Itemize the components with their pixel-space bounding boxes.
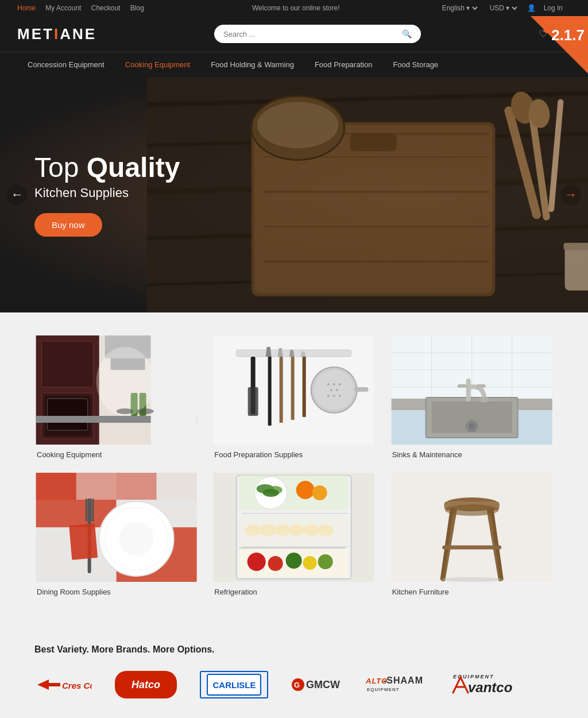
svg-point-105 <box>296 481 315 499</box>
svg-rect-47 <box>291 357 295 420</box>
svg-point-119 <box>303 556 317 570</box>
main-nav: Concession Equipment Cooking Equipment F… <box>0 52 588 77</box>
version-number: 2.1.7 <box>551 26 585 44</box>
svg-point-108 <box>246 524 262 536</box>
brand-hatco[interactable]: Hatco <box>115 671 177 698</box>
hero-heading: Top Quality <box>34 153 180 183</box>
svg-point-111 <box>289 524 305 536</box>
top-right-controls: English ▾ USD ▾ 👤 Log In <box>440 3 571 13</box>
svg-rect-42 <box>248 387 258 416</box>
search-icon[interactable]: 🔍 <box>402 29 412 38</box>
svg-rect-84 <box>36 473 76 500</box>
svg-point-113 <box>318 524 334 536</box>
svg-rect-49 <box>303 357 306 417</box>
gmcw-logo: G GMCW <box>291 674 343 696</box>
svg-point-74 <box>468 423 475 430</box>
hero-prev-arrow[interactable]: ← <box>7 184 28 205</box>
hero-heading-light: Top <box>34 152 79 183</box>
svg-rect-114 <box>242 546 349 547</box>
brands-row: Cres Cor Hatco CARLISLE G GMCW <box>34 671 554 698</box>
nav-account[interactable]: My Account <box>45 4 81 12</box>
logo[interactable]: METIANE <box>17 25 96 43</box>
svg-rect-28 <box>48 399 88 430</box>
sinks-svg <box>390 335 554 445</box>
category-sinks-image <box>390 335 554 445</box>
svg-rect-94 <box>90 499 92 522</box>
header: METIANE 🔍 ♡ 0 🛒 0 2.1.7 <box>0 16 588 52</box>
svg-rect-85 <box>76 473 117 500</box>
currency-select[interactable]: USD ▾ <box>488 3 519 13</box>
svg-rect-86 <box>117 473 157 500</box>
refrigeration-svg <box>212 473 376 582</box>
svg-rect-25 <box>42 341 94 387</box>
svg-point-59 <box>333 395 335 397</box>
language-select[interactable]: English ▾ <box>440 3 479 13</box>
category-refrigeration[interactable]: Refrigeration <box>212 473 376 596</box>
category-refrigeration-image <box>212 473 376 582</box>
category-sinks[interactable]: Sinks & Maintenance <box>390 335 554 459</box>
category-cooking[interactable]: Cooking Equipment <box>34 335 198 459</box>
svg-point-55 <box>339 383 341 385</box>
nav-cooking[interactable]: Cooking Equipment <box>115 52 200 77</box>
nav-food-holding[interactable]: Food Holding & Warming <box>200 52 304 77</box>
furniture-svg <box>390 473 554 582</box>
svg-point-54 <box>333 383 335 385</box>
svg-point-110 <box>274 524 291 536</box>
search-bar: 🔍 <box>214 25 421 43</box>
svg-rect-43 <box>268 357 272 426</box>
svg-point-56 <box>330 389 332 391</box>
svg-point-117 <box>268 556 283 571</box>
top-bar: Home My Account Checkout Blog Welcome to… <box>0 0 588 16</box>
svg-rect-75 <box>466 379 470 402</box>
svg-point-131 <box>444 504 498 516</box>
svg-point-34 <box>96 347 154 416</box>
brand-crescor[interactable]: Cres Cor <box>34 675 92 695</box>
brand-carlisle[interactable]: CARLISLE <box>200 671 268 698</box>
hatco-logo: Hatco <box>123 674 169 696</box>
category-foodprep-label: Food Preparation Supplies <box>212 450 376 459</box>
brand-altoshaam[interactable]: ALTO ‑SHAAM EQUIPMENT <box>366 674 429 696</box>
category-dining[interactable]: Dining Room Supplies <box>34 473 198 596</box>
nav-food-storage[interactable]: Food Storage <box>382 52 448 77</box>
svg-rect-87 <box>157 473 197 500</box>
svg-point-104 <box>263 489 279 497</box>
svg-point-37 <box>137 408 154 414</box>
svg-rect-121 <box>239 547 346 549</box>
crescor-logo: Cres Cor <box>34 675 92 695</box>
nav-home[interactable]: Home <box>17 4 36 12</box>
brand-avantco[interactable]: EQUIPMENT vantco <box>452 673 515 697</box>
category-foodprep-image <box>212 335 376 445</box>
category-furniture-label: Kitchen Furniture <box>390 588 554 596</box>
svg-rect-93 <box>88 499 90 522</box>
categories-section: Cooking Equipment <box>0 312 588 633</box>
brand-gmcw[interactable]: G GMCW <box>291 674 343 696</box>
nav-concession[interactable]: Concession Equipment <box>17 52 115 77</box>
svg-rect-61 <box>354 387 369 392</box>
svg-rect-45 <box>280 357 283 423</box>
category-grid-row2: Dining Room Supplies <box>34 473 554 596</box>
svg-point-36 <box>117 408 134 414</box>
svg-rect-22 <box>564 243 588 250</box>
svg-rect-78 <box>476 384 485 388</box>
category-foodprep[interactable]: Food Preparation Supplies <box>212 335 376 459</box>
hero-heading-bold: Quality <box>87 152 180 183</box>
search-input[interactable] <box>223 30 402 38</box>
nav-checkout[interactable]: Checkout <box>91 4 121 12</box>
svg-text:GMCW: GMCW <box>306 679 340 690</box>
svg-rect-96 <box>69 523 98 560</box>
category-sinks-label: Sinks & Maintenance <box>390 450 554 459</box>
category-refrigeration-label: Refrigeration <box>212 588 376 596</box>
svg-rect-21 <box>565 244 588 291</box>
login-link[interactable]: Log In <box>544 4 563 12</box>
svg-point-132 <box>440 577 503 582</box>
hero-section: Top Quality Kitchen Supplies Buy now ← → <box>0 77 588 312</box>
nav-blog[interactable]: Blog <box>130 4 144 12</box>
version-badge: 2.1.7 <box>531 16 588 74</box>
hero-cta-button[interactable]: Buy now <box>34 213 102 237</box>
nav-food-prep[interactable]: Food Preparation <box>304 52 382 77</box>
hero-next-arrow[interactable]: → <box>560 184 581 205</box>
category-furniture[interactable]: Kitchen Furniture <box>390 473 554 596</box>
svg-point-109 <box>260 524 276 536</box>
category-cooking-image <box>34 335 198 445</box>
svg-text:G: G <box>294 681 300 689</box>
